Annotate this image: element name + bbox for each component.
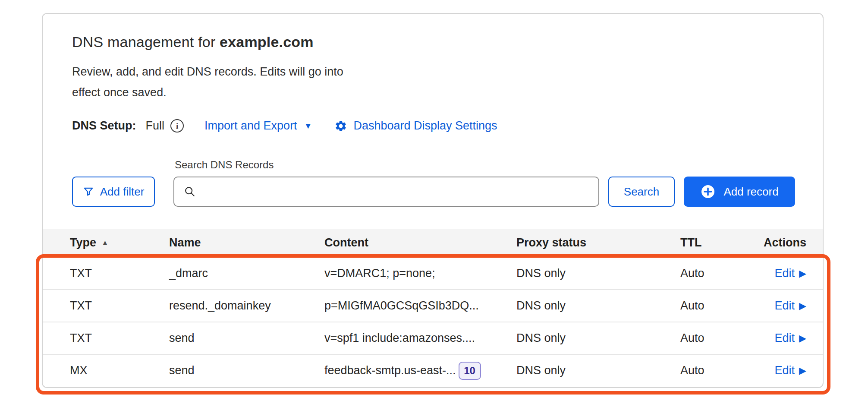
column-header-actions: Actions	[762, 236, 815, 249]
search-label: Search DNS Records	[175, 159, 795, 171]
cell-ttl: Auto	[680, 299, 762, 312]
add-record-button[interactable]: Add record	[684, 177, 795, 207]
page-title: DNS management for example.com	[72, 34, 314, 50]
gear-icon	[334, 120, 347, 133]
chevron-down-icon: ▼	[304, 121, 312, 131]
edit-label: Edit	[775, 267, 795, 280]
table-row: TXT _dmarc v=DMARC1; p=none; DNS only Au…	[43, 257, 823, 289]
cell-content-text: feedback-smtp.us-east-...	[324, 364, 456, 377]
dns-management-card: DNS management for example.com Review, a…	[42, 13, 824, 388]
page-title-domain: example.com	[220, 34, 314, 50]
cell-ttl: Auto	[680, 267, 762, 280]
chevron-right-icon: ▶	[799, 268, 806, 279]
dns-setup-value: Full	[146, 119, 165, 133]
table-row: MX send feedback-smtp.us-east-...10 DNS …	[43, 354, 823, 386]
page-subtitle: Review, add, and edit DNS records. Edits…	[72, 61, 360, 103]
edit-record-link[interactable]: Edit▶	[775, 331, 806, 344]
cell-type: TXT	[70, 331, 169, 345]
sort-asc-icon: ▲	[101, 239, 109, 247]
cell-proxy-status: DNS only	[516, 267, 680, 280]
cell-type: MX	[70, 364, 169, 377]
edit-label: Edit	[775, 364, 795, 377]
import-export-label: Import and Export	[204, 119, 297, 132]
cell-content: v=DMARC1; p=none;	[324, 267, 516, 280]
mx-priority-badge: 10	[459, 362, 481, 380]
add-filter-label: Add filter	[100, 185, 145, 199]
cell-type: TXT	[70, 299, 169, 312]
cell-content: p=MIGfMA0GCSqGSIb3DQ...	[324, 299, 516, 312]
table-header-row: Type▲ Name Content Proxy status TTL Acti…	[43, 229, 823, 257]
dns-records-table: Type▲ Name Content Proxy status TTL Acti…	[43, 229, 823, 386]
chevron-right-icon: ▶	[799, 365, 806, 376]
search-section: Search DNS Records Add filter Sear	[72, 159, 795, 207]
chevron-right-icon: ▶	[799, 333, 806, 344]
cell-content: v=spf1 include:amazonses....	[324, 331, 516, 345]
search-button-label: Search	[624, 185, 659, 199]
column-header-type[interactable]: Type▲	[70, 236, 169, 249]
info-icon[interactable]: i	[170, 119, 184, 133]
edit-record-link[interactable]: Edit▶	[775, 299, 806, 312]
column-header-proxy-status[interactable]: Proxy status	[516, 236, 680, 249]
dns-setup-row: DNS Setup: Full i Import and Export▼ Das…	[72, 119, 497, 133]
cell-type: TXT	[70, 267, 169, 280]
search-icon	[184, 186, 196, 198]
table-row: TXT send v=spf1 include:amazonses.... DN…	[43, 322, 823, 354]
edit-label: Edit	[775, 331, 795, 344]
edit-record-link[interactable]: Edit▶	[775, 364, 806, 377]
dashboard-display-settings-label: Dashboard Display Settings	[353, 119, 497, 133]
cell-ttl: Auto	[680, 331, 762, 345]
cell-content: feedback-smtp.us-east-...10	[324, 362, 516, 380]
cell-name: resend._domainkey	[169, 299, 324, 312]
search-input-wrap	[173, 177, 599, 207]
chevron-right-icon: ▶	[799, 300, 806, 312]
filter-funnel-icon	[83, 186, 94, 197]
add-filter-button[interactable]: Add filter	[72, 177, 155, 207]
cell-name: send	[169, 331, 324, 345]
add-record-label: Add record	[723, 185, 778, 199]
cell-proxy-status: DNS only	[516, 299, 680, 312]
cell-ttl: Auto	[680, 364, 762, 377]
toolbar-controls: Add filter Search A	[72, 177, 795, 207]
import-export-link[interactable]: Import and Export▼	[204, 119, 312, 133]
table-row: TXT resend._domainkey p=MIGfMA0GCSqGSIb3…	[43, 289, 823, 322]
edit-label: Edit	[775, 299, 795, 312]
column-header-content[interactable]: Content	[324, 236, 516, 249]
column-header-name[interactable]: Name	[169, 236, 324, 249]
plus-circle-icon	[700, 184, 716, 199]
search-input[interactable]	[173, 177, 599, 207]
edit-record-link[interactable]: Edit▶	[775, 267, 806, 280]
dns-setup-label: DNS Setup:	[72, 119, 136, 133]
cell-name: _dmarc	[169, 267, 324, 280]
cell-proxy-status: DNS only	[516, 364, 680, 377]
dashboard-display-settings-link[interactable]: Dashboard Display Settings	[334, 119, 497, 133]
dns-management-page: DNS management for example.com Review, a…	[0, 0, 868, 404]
search-button[interactable]: Search	[608, 177, 675, 207]
cell-proxy-status: DNS only	[516, 331, 680, 345]
page-title-prefix: DNS management for	[72, 34, 220, 50]
cell-name: send	[169, 364, 324, 377]
column-header-ttl[interactable]: TTL	[680, 236, 762, 249]
